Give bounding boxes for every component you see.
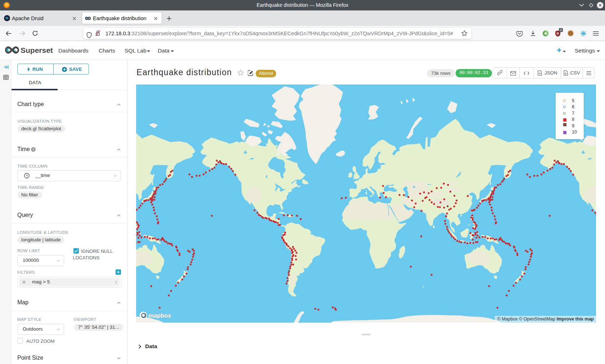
svg-text:mapbox: mapbox (148, 312, 171, 319)
